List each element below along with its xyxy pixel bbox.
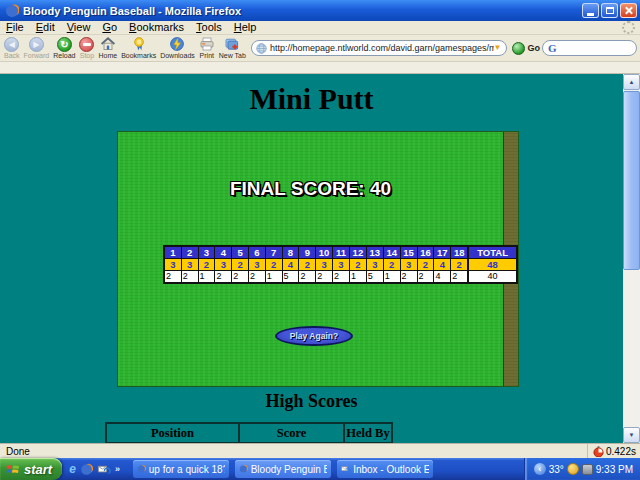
tray-misc-icon[interactable]	[582, 464, 593, 475]
go-button[interactable]: Go	[512, 42, 541, 55]
tray-chevron-icon[interactable]: ‹	[534, 463, 546, 475]
forward-button[interactable]: ▶ Forward	[22, 36, 52, 60]
scorecard-hole-header: 7	[265, 246, 282, 259]
stop-icon	[79, 37, 94, 52]
firefox-icon[interactable]	[80, 463, 93, 476]
stop-button[interactable]: Stop	[77, 36, 96, 60]
scorecard-score-cell: 40	[468, 271, 517, 284]
activity-throbber-icon	[622, 21, 635, 34]
browser-window: Bloody Penguin Baseball - Mozilla Firefo…	[0, 0, 640, 480]
scorecard-par-cell: 48	[468, 259, 517, 271]
address-bar[interactable]: ▼	[251, 40, 507, 56]
scorecard-par-cell: 3	[215, 259, 232, 271]
back-icon: ◀	[4, 37, 19, 52]
forward-icon: ▶	[29, 37, 44, 52]
start-button[interactable]: start	[0, 458, 62, 480]
scorecard-par-cell: 3	[400, 259, 417, 271]
scorecard-par-cell: 4	[282, 259, 299, 271]
scorecard-score-cell: 2	[232, 271, 249, 284]
maximize-button[interactable]	[601, 3, 618, 18]
scorecard-score-cell: 2	[400, 271, 417, 284]
go-orb-icon	[512, 42, 525, 55]
scorecard-table: 123456789101112131415161718TOTAL 3323232…	[163, 245, 518, 284]
scorecard-par-cell: 3	[181, 259, 198, 271]
tray-weather-icon[interactable]	[567, 463, 579, 475]
new-tab-button[interactable]: New Tab	[217, 36, 248, 60]
scorecard-score-cell: 2	[164, 271, 181, 284]
scorecard-hole-header: 2	[181, 246, 198, 259]
menu-item[interactable]: Bookmarks	[123, 21, 190, 34]
scroll-up-button[interactable]: ▲	[623, 74, 640, 90]
firefox-icon	[137, 463, 146, 475]
task-button-bloody-penguin[interactable]: Bloody Penguin Base...	[235, 460, 331, 478]
menu-item[interactable]: Go	[96, 21, 123, 34]
stopwatch-icon	[593, 446, 604, 457]
scrollbar-thumb[interactable]	[623, 91, 640, 270]
bookmarks-button[interactable]: Bookmarks	[119, 36, 158, 60]
internet-explorer-icon[interactable]: e	[69, 463, 76, 475]
high-scores-table: PositionScoreHeld By	[105, 422, 393, 443]
miniputt-game-area: FINAL SCORE: 40 123456789101112131415161…	[117, 131, 519, 387]
scorecard-hole-header: TOTAL	[468, 246, 517, 259]
scorecard-par-cell: 2	[265, 259, 282, 271]
high-scores-header-row: PositionScoreHeld By	[106, 423, 392, 443]
scorecard-hole-header: 16	[417, 246, 434, 259]
scorecard-score-row: 22122215222151224240	[164, 271, 517, 284]
task-button-quick18[interactable]: up for a quick 18? - S...	[133, 460, 229, 478]
menu-item[interactable]: Tools	[190, 21, 228, 34]
menu-item[interactable]: Help	[228, 21, 263, 34]
scorecard-par-cell: 2	[299, 259, 316, 271]
scorecard-score-cell: 2	[299, 271, 316, 284]
new-tab-icon	[224, 36, 240, 52]
scorecard-score-cell: 2	[181, 271, 198, 284]
scorecard-hole-header: 5	[232, 246, 249, 259]
back-button[interactable]: ◀ Back	[2, 36, 22, 60]
close-button[interactable]	[620, 3, 637, 18]
home-icon	[100, 36, 116, 52]
firefox-app-icon	[5, 4, 19, 18]
menu-item[interactable]: File	[0, 21, 30, 34]
minimize-icon	[587, 13, 594, 16]
start-label: start	[24, 462, 52, 477]
scorecard-hole-header: 12	[349, 246, 366, 259]
search-input[interactable]	[560, 42, 631, 54]
search-box[interactable]: G	[542, 40, 637, 56]
play-again-button[interactable]: Play Again?	[275, 326, 353, 346]
scorecard-hole-header: 4	[215, 246, 232, 259]
scorecard-score-cell: 5	[366, 271, 383, 284]
menu-item[interactable]: View	[61, 21, 97, 34]
scorecard-par-cell: 3	[316, 259, 333, 271]
quick-launch-overflow-icon[interactable]: »	[115, 464, 120, 474]
home-button[interactable]: Home	[96, 36, 119, 60]
page-content: Mini Putt FINAL SCORE: 40 12345678910111…	[0, 74, 623, 443]
scorecard-par-cell: 3	[164, 259, 181, 271]
scorecard-hole-header: 15	[400, 246, 417, 259]
scorecard-par-cell: 2	[417, 259, 434, 271]
minimize-button[interactable]	[582, 3, 599, 18]
url-input[interactable]	[270, 43, 494, 53]
print-button[interactable]: Print	[197, 36, 217, 60]
quick-launch-bar: e »	[62, 463, 125, 476]
final-score-text: FINAL SCORE: 40	[118, 178, 503, 200]
scorecard-hole-header: 9	[299, 246, 316, 259]
task-button-inbox-outlook[interactable]: Inbox - Outlook Express	[337, 460, 433, 478]
navigation-toolbar: ◀ Back ▶ Forward ↻ Reload Stop Home	[0, 35, 640, 62]
scorecard-hole-header: 13	[366, 246, 383, 259]
scorecard-score-cell: 2	[333, 271, 350, 284]
scroll-down-button[interactable]: ▼	[623, 427, 640, 443]
title-bar: Bloody Penguin Baseball - Mozilla Firefo…	[0, 0, 640, 21]
scorecard-par-cell: 3	[333, 259, 350, 271]
menu-item[interactable]: Edit	[30, 21, 61, 34]
outlook-express-icon[interactable]	[97, 463, 111, 476]
browser-viewport: Mini Putt FINAL SCORE: 40 12345678910111…	[0, 74, 640, 443]
scorecard-hole-header: 10	[316, 246, 333, 259]
vertical-scrollbar[interactable]: ▲ ▼	[623, 74, 640, 443]
scorecard-hole-header: 8	[282, 246, 299, 259]
scorecard-par-cell: 4	[434, 259, 451, 271]
firefox-icon	[239, 463, 248, 475]
reload-button[interactable]: ↻ Reload	[51, 36, 77, 60]
url-dropdown-icon[interactable]: ▼	[494, 44, 502, 52]
load-timer: 0.422s	[587, 444, 640, 458]
scorecard-hole-header: 17	[434, 246, 451, 259]
downloads-button[interactable]: Downloads	[158, 36, 197, 60]
